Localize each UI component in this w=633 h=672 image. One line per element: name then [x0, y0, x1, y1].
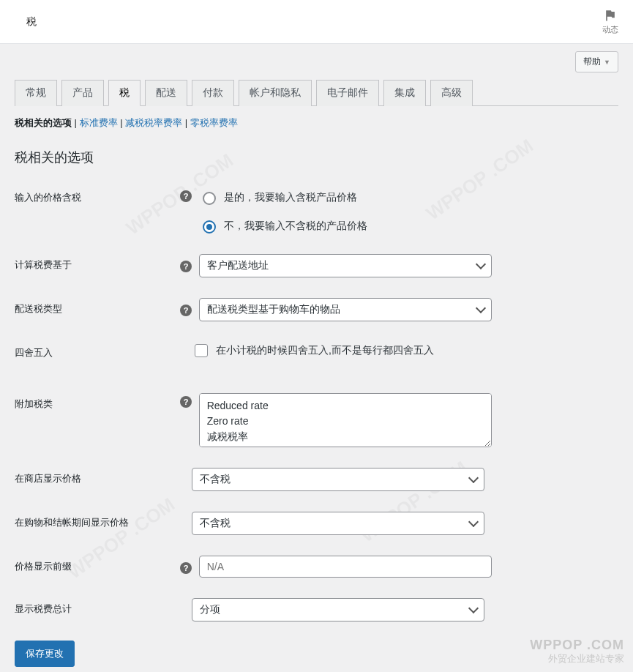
tax-based-on-select[interactable]: 客户配送地址 [199, 254, 492, 277]
radio-label-no: 不，我要输入不含税的产品价格 [224, 220, 367, 233]
shipping-tax-class-select[interactable]: 配送税类型基于购物车的物品 [199, 298, 492, 321]
label-additional-tax-classes: 附加税类 [15, 398, 53, 409]
activity-button[interactable]: 动态 [602, 8, 618, 35]
radio-option-yes[interactable]: 是的，我要输入含税产品价格 [199, 190, 367, 205]
tab-products[interactable]: 产品 [61, 80, 104, 106]
tab-emails[interactable]: 电子邮件 [316, 80, 379, 106]
help-icon[interactable]: ? [180, 305, 192, 316]
chevron-down-icon: ▼ [604, 59, 610, 66]
help-toggle[interactable]: 帮助 ▼ [575, 51, 618, 72]
prices-include-tax-yes[interactable] [203, 192, 216, 205]
tab-general[interactable]: 常规 [15, 80, 57, 106]
activity-label: 动态 [602, 24, 618, 35]
additional-tax-classes-textarea[interactable]: Reduced rate Zero rate 减税税率 [199, 393, 492, 447]
tab-accounts[interactable]: 帐户和隐私 [239, 80, 312, 106]
sub-sections: 税相关的选项 | 标准费率 | 减税税率费率 | 零税率费率 [15, 116, 618, 130]
display-shop-select[interactable]: 不含税 [192, 468, 484, 491]
radio-option-no[interactable]: 不，我要输入不含税的产品价格 [199, 218, 367, 234]
label-rounding: 四舍五入 [15, 347, 53, 358]
section-heading: 税相关的选项 [15, 149, 618, 166]
display-cart-select[interactable]: 不含税 [192, 512, 484, 535]
help-icon[interactable]: ? [180, 562, 192, 574]
settings-tabs: 常规 产品 税 配送 付款 帐户和隐私 电子邮件 集成 高级 [15, 80, 618, 106]
page-title: 税 [26, 15, 37, 29]
help-label: 帮助 [583, 56, 601, 68]
help-icon[interactable]: ? [180, 190, 192, 202]
label-display-cart: 在购物和结帐期间显示价格 [15, 517, 129, 528]
current-section: 税相关的选项 [15, 117, 72, 128]
subsection-standard[interactable]: 标准费率 [80, 117, 118, 128]
display-suffix-input[interactable] [199, 556, 492, 578]
help-icon[interactable]: ? [180, 261, 192, 272]
label-tax-based-on: 计算税费基于 [15, 259, 72, 270]
save-button[interactable]: 保存更改 [15, 641, 75, 667]
radio-label-yes: 是的，我要输入含税产品价格 [224, 191, 357, 204]
tab-payments[interactable]: 付款 [192, 80, 234, 106]
help-icon[interactable]: ? [180, 396, 192, 408]
prices-include-tax-no[interactable] [203, 220, 216, 234]
tab-advanced[interactable]: 高级 [430, 80, 473, 106]
rounding-checkbox[interactable] [195, 344, 208, 357]
subsection-reduced[interactable]: 减税税率费率 [125, 117, 182, 128]
top-bar: 税 动态 [0, 0, 633, 44]
label-display-suffix: 价格显示前缀 [15, 561, 72, 572]
subsection-zero[interactable]: 零税率费率 [190, 117, 238, 128]
tab-integration[interactable]: 集成 [383, 80, 426, 106]
label-shipping-tax-class: 配送税类型 [15, 303, 62, 314]
label-display-shop: 在商店显示价格 [15, 473, 81, 484]
tab-shipping[interactable]: 配送 [145, 80, 187, 106]
rounding-option[interactable]: 在小计税的时候四舍五入,而不是每行都四舍五入 [192, 342, 611, 359]
tab-tax[interactable]: 税 [108, 80, 141, 106]
rounding-label: 在小计税的时候四舍五入,而不是每行都四舍五入 [216, 344, 434, 357]
label-display-totals: 显示税费总计 [15, 603, 72, 614]
display-totals-select[interactable]: 分项 [192, 598, 484, 621]
label-prices-include-tax: 输入的价格含税 [15, 192, 81, 203]
flag-icon [603, 8, 618, 24]
